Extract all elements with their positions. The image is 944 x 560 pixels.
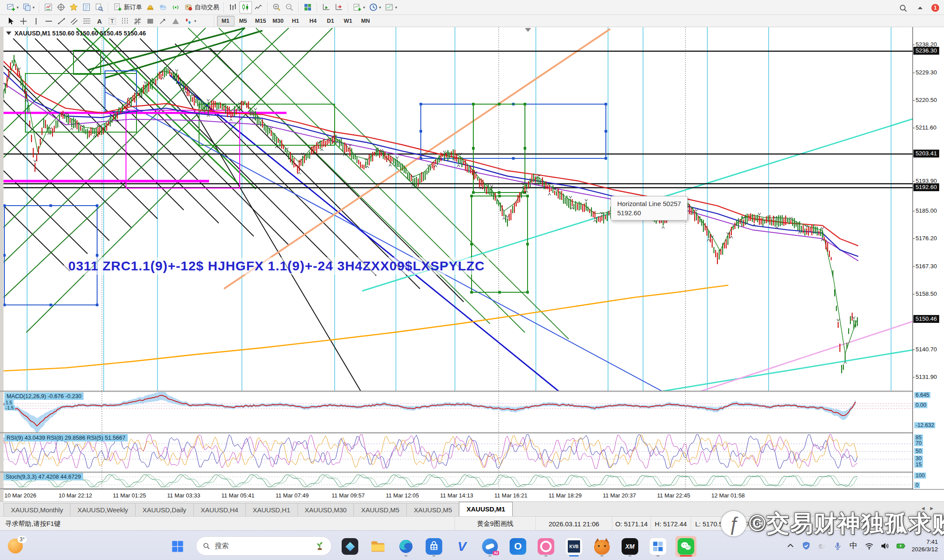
chart-window[interactable]: 5238.205229.305220.505211.605193.905185.… (0, 27, 944, 501)
search-button[interactable] (897, 2, 909, 14)
signals-button[interactable] (169, 1, 182, 14)
strategy-tester-button[interactable] (93, 1, 105, 14)
tray-wifi-icon[interactable] (864, 541, 874, 550)
channel-tool-button[interactable] (68, 15, 80, 27)
timeframe-w1-button[interactable]: W1 (339, 16, 357, 26)
zoom-in-button[interactable] (270, 1, 283, 14)
horizontal-line-tool-button[interactable] (42, 15, 55, 27)
taskbar-search[interactable]: 搜索 (196, 536, 332, 556)
auto-trading-button[interactable]: 自动交易 (182, 1, 221, 14)
periods-button[interactable]: ▾ (367, 1, 383, 14)
timeframe-mn-button[interactable]: MN (357, 16, 374, 26)
taskbar-app-qq-browser[interactable]: AI (479, 536, 500, 557)
taskbar-app-photos[interactable] (339, 536, 360, 557)
new-order-button[interactable]: 新订单 (111, 1, 144, 14)
tab-xauusd-m5[interactable]: XAUUSD,M5 (353, 503, 407, 516)
taskbar-app-pet-app[interactable] (591, 536, 612, 557)
profiles-button[interactable]: ▾ (21, 1, 37, 14)
time-axis[interactable]: 10 Mar 202610 Mar 22:1211 Mar 01:2511 Ma… (3, 489, 944, 502)
taskbar-app-video-app[interactable] (535, 536, 556, 557)
arrows-tool-button[interactable]: ▾ (182, 15, 198, 27)
price-axis[interactable]: 5238.205229.305220.505211.605193.905185.… (913, 27, 944, 489)
timeframe-m5-button[interactable]: M5 (234, 16, 252, 26)
taskbar: 3° 搜索VAIOKVBXM 中 7:41 2026/3/12 (0, 530, 944, 560)
taskbar-app-edge[interactable] (395, 536, 416, 557)
notification-badge[interactable]: 1 (931, 4, 940, 12)
gann-grid-tool-button[interactable] (131, 15, 144, 27)
tab-xauusd-daily[interactable]: XAUUSD,Daily (135, 503, 194, 516)
timeframe-m15-button[interactable]: M15 (252, 16, 269, 26)
tabs-scroll-right[interactable]: ► (929, 505, 938, 511)
terminal-button[interactable] (80, 1, 93, 14)
trendline-tool-button[interactable] (55, 15, 68, 27)
community-button[interactable] (157, 1, 169, 14)
data-window-button[interactable] (55, 1, 67, 14)
rsi-pane-canvas[interactable] (3, 433, 913, 472)
price-badge: 5150.46 (913, 315, 939, 323)
fibonacci-tool-button[interactable] (80, 15, 93, 27)
vertical-line-tool-button[interactable] (30, 15, 42, 27)
tray-battery-icon[interactable] (896, 541, 906, 550)
chart-annotation-text[interactable]: 0311 ZRC1.1(9)+-12$ HJHGFX 1.1(9)+-24 3H… (64, 257, 489, 275)
indicators-button[interactable]: ▾ (351, 1, 367, 14)
chart-shift-marker-icon[interactable] (525, 28, 531, 32)
start-button[interactable] (167, 536, 188, 557)
tray-volume-icon[interactable] (880, 541, 890, 550)
line-chart-button[interactable] (252, 1, 265, 14)
price-chart-canvas[interactable] (3, 27, 913, 391)
candlestick-chart-button[interactable] (239, 1, 252, 14)
text-tool-button[interactable]: A (93, 15, 106, 27)
tab-xauusd-m30[interactable]: XAUUSD,M30 (297, 503, 354, 516)
tabs-scroll-left[interactable]: ◄ (920, 505, 929, 511)
tray-clock[interactable]: 7:41 2026/3/12 (912, 538, 938, 553)
cursor-tool-button[interactable] (4, 15, 17, 27)
taskbar-app-wechat[interactable] (675, 536, 696, 557)
taskbar-app-widgets-app[interactable] (647, 536, 668, 557)
label-tool-button[interactable]: T (106, 15, 119, 27)
templates-button[interactable]: ▾ (383, 1, 399, 14)
taskbar-app-file-explorer[interactable] (367, 536, 388, 557)
tab-xauusd-h4[interactable]: XAUUSD,H4 (193, 503, 246, 516)
timeframe-m30-button[interactable]: M30 (269, 16, 287, 26)
collapse-toolbar-button[interactable] (914, 2, 927, 14)
shapes-tool-button[interactable] (144, 15, 157, 27)
tab-xauusd-monthly[interactable]: XAUUSD,Monthly (3, 503, 70, 516)
pane-splitter[interactable] (0, 472, 944, 473)
tab-xauusd-h1[interactable]: XAUUSD,H1 (245, 503, 298, 516)
tab-xauusd-m1[interactable]: XAUUSD,M1 (459, 502, 512, 516)
navigator-button[interactable] (67, 1, 80, 14)
bar-chart-button[interactable] (227, 1, 239, 14)
cycle-lines-tool-button[interactable] (119, 15, 131, 27)
chart-shift-button[interactable] (332, 1, 345, 14)
market-watch-button[interactable] (42, 1, 55, 14)
chevron-down-icon[interactable] (6, 32, 11, 35)
tile-windows-button[interactable] (301, 1, 314, 14)
tray-cloud-icon[interactable] (817, 541, 827, 550)
tab-xauusd-weekly[interactable]: XAUUSD,Weekly (70, 503, 136, 516)
auto-scroll-button[interactable] (320, 1, 332, 14)
taskbar-app-microsoft-store[interactable] (423, 536, 444, 557)
triangle-tool-button[interactable] (169, 15, 182, 27)
ime-language-indicator[interactable]: 中 (849, 541, 858, 550)
tray-mic-icon[interactable] (833, 541, 843, 550)
stoch-pane-canvas[interactable] (3, 472, 913, 488)
taskbar-app-kvb-trader[interactable]: KVB (563, 536, 584, 557)
timeframe-h4-button[interactable]: H4 (304, 16, 322, 26)
macd-pane-canvas[interactable] (3, 392, 913, 432)
crosshair-tool-button[interactable] (17, 15, 30, 27)
pane-splitter[interactable] (0, 432, 944, 434)
tray-shield-icon[interactable] (801, 541, 811, 550)
taskbar-app-xm-trader[interactable]: XM (619, 536, 640, 557)
tab-xauusd-m5[interactable]: XAUUSD,M5 (406, 503, 460, 516)
taskbar-app-outlook[interactable]: O (507, 536, 528, 557)
arrow-line-tool-button[interactable] (157, 15, 169, 27)
taskbar-app-v-app[interactable]: V (451, 536, 472, 557)
new-chart-button[interactable]: ▾ (4, 1, 21, 14)
timeframe-d1-button[interactable]: D1 (322, 16, 339, 26)
market-button[interactable] (144, 1, 157, 14)
tray-chevron-up-icon[interactable] (786, 541, 795, 550)
pane-splitter[interactable] (0, 391, 944, 392)
zoom-out-button[interactable] (283, 1, 296, 14)
timeframe-h1-button[interactable]: H1 (287, 16, 304, 26)
timeframe-m1-button[interactable]: M1 (217, 16, 234, 26)
